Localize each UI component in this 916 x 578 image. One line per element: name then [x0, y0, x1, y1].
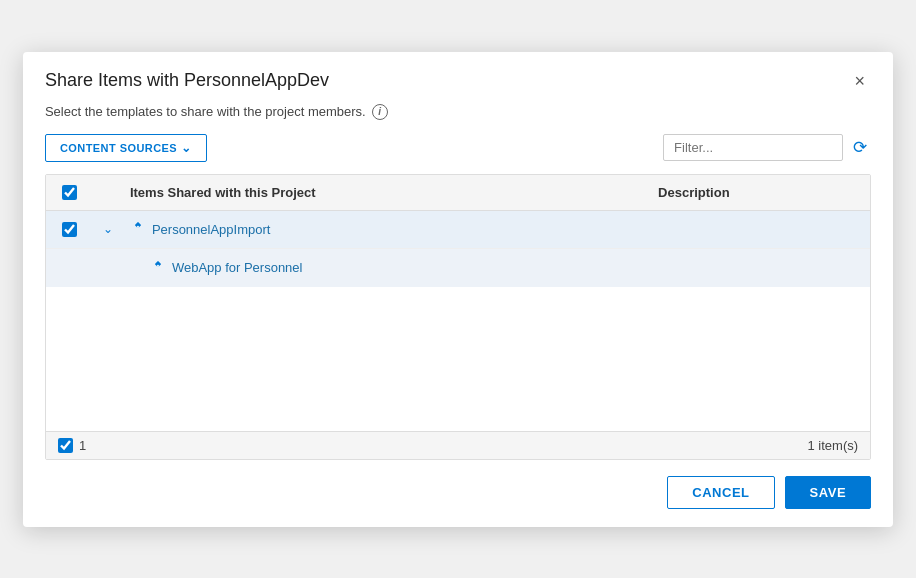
column-header-name: Items Shared with this Project: [122, 185, 650, 200]
footer-left: 1: [58, 438, 86, 453]
data-table: Items Shared with this Project Descripti…: [45, 174, 871, 460]
dialog-title: Share Items with PersonnelAppDev: [45, 70, 329, 91]
row1-checkbox-cell: [46, 222, 94, 237]
table-row: WebApp for Personnel: [46, 249, 870, 287]
content-sources-label: CONTENT SOURCES: [60, 142, 177, 154]
dialog-header: Share Items with PersonnelAppDev ×: [23, 52, 893, 102]
filter-area: ⟳: [663, 134, 871, 161]
close-button[interactable]: ×: [849, 70, 872, 92]
save-button[interactable]: SAVE: [785, 476, 872, 509]
row1-checkbox[interactable]: [62, 222, 77, 237]
select-all-checkbox[interactable]: [62, 185, 77, 200]
filter-input[interactable]: [663, 134, 843, 161]
table-body: ⌄ PersonnelAppImport: [46, 211, 870, 431]
footer-checked-count: 1: [79, 438, 86, 453]
info-icon[interactable]: i: [372, 104, 388, 120]
subtitle-text: Select the templates to share with the p…: [45, 104, 366, 119]
app-icon: [150, 260, 166, 276]
table-row: ⌄ PersonnelAppImport: [46, 211, 870, 249]
app-icon: [130, 221, 146, 237]
chevron-down-icon: ⌄: [181, 141, 191, 155]
footer-checkbox[interactable]: [58, 438, 73, 453]
share-dialog: Share Items with PersonnelAppDev × Selec…: [23, 52, 893, 527]
refresh-icon: ⟳: [853, 137, 867, 158]
content-sources-button[interactable]: CONTENT SOURCES ⌄: [45, 134, 207, 162]
header-checkbox-cell: [46, 185, 94, 200]
refresh-button[interactable]: ⟳: [849, 135, 871, 160]
row1-name-cell: PersonnelAppImport: [122, 221, 650, 237]
dialog-footer: CANCEL SAVE: [23, 460, 893, 527]
row1-expand-icon[interactable]: ⌄: [94, 222, 122, 236]
row2-name: WebApp for Personnel: [172, 260, 303, 275]
toolbar: CONTENT SOURCES ⌄ ⟳: [23, 134, 893, 174]
table-header: Items Shared with this Project Descripti…: [46, 175, 870, 211]
chevron-down-icon: ⌄: [103, 222, 113, 236]
footer-item-count: 1 item(s): [808, 438, 859, 453]
cancel-button[interactable]: CANCEL: [667, 476, 774, 509]
row1-name: PersonnelAppImport: [152, 222, 271, 237]
table-footer: 1 1 item(s): [46, 431, 870, 459]
column-header-description: Description: [650, 185, 870, 200]
row2-name-cell: WebApp for Personnel: [122, 260, 650, 276]
dialog-subtitle: Select the templates to share with the p…: [23, 102, 893, 134]
